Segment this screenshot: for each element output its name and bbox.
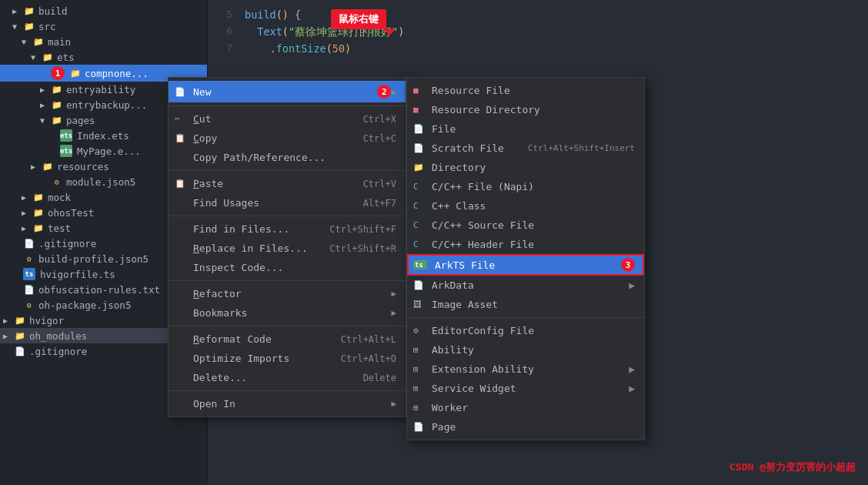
menu-item-delete[interactable]: Delete... Delete — [169, 368, 406, 387]
submenu-label: Image Asset — [432, 299, 635, 310]
badge-3: 3 — [621, 258, 635, 272]
submenu-item-cpp-file-napi[interactable]: C C/C++ File (Napi) — [407, 177, 644, 196]
submenu-item-cpp-header[interactable]: C C/C++ Header File — [407, 235, 644, 254]
sidebar-item-src[interactable]: ▼ 📁 src — [0, 18, 207, 34]
menu-label: Paste — [193, 178, 348, 189]
folder-icon: 📁 — [51, 99, 63, 111]
submenu-item-extension-ability[interactable]: ⊞ Extension Ability ▶ — [407, 360, 644, 379]
folder-icon: 📁 — [32, 35, 45, 48]
submenu-item-directory[interactable]: 📁 Directory — [407, 158, 644, 177]
cpp-napi-icon: C — [413, 182, 427, 192]
submenu-item-worker[interactable]: ⊞ Worker — [407, 398, 644, 417]
sidebar-item-label: hvigorfile.ts — [40, 269, 115, 280]
menu-item-refactor[interactable]: Refactor ▶ — [169, 284, 406, 303]
submenu-item-cpp-source[interactable]: C C/C++ Source File — [407, 216, 644, 235]
menu-item-cut[interactable]: ✂ Cut Ctrl+X — [169, 109, 406, 129]
menu-item-new[interactable]: 📄 New 2 ▶ — [169, 81, 406, 102]
sidebar-item-label: .gitignore — [38, 238, 96, 249]
menu-item-optimize-imports[interactable]: Optimize Imports Ctrl+Alt+O — [169, 349, 406, 368]
resource-file-icon: ■ — [413, 85, 427, 95]
badge-1: 1 — [51, 66, 65, 80]
menu-item-copy-path[interactable]: Copy Path/Reference... — [169, 148, 406, 167]
watermark-prefix: CSDN — [729, 461, 760, 473]
sidebar-item-label: build-profile.json5 — [38, 253, 149, 265]
menu-label: Delete... — [193, 372, 348, 383]
sidebar-item-label: compnone... — [85, 68, 149, 79]
menu-label: Replace in Files... — [193, 242, 314, 254]
menu-separator — [169, 326, 406, 326]
expand-arrow: ▶ — [3, 316, 14, 325]
submenu-item-page[interactable]: 📄 Page — [407, 417, 644, 436]
submenu-shortcut: Ctrl+Alt+Shift+Insert — [528, 143, 635, 153]
json-file-icon: ⚙ — [51, 176, 63, 188]
menu-label: Optimize Imports — [193, 353, 326, 364]
submenu-item-file[interactable]: 📄 File — [407, 119, 644, 139]
submenu-label: C/C++ Source File — [432, 219, 635, 231]
menu-item-paste[interactable]: 📋 Paste Ctrl+V — [169, 174, 406, 193]
expand-arrow: ▶ — [22, 224, 32, 232]
sidebar-item-label: ohosTest — [48, 207, 94, 219]
menu-item-inspect-code[interactable]: Inspect Code... — [169, 258, 406, 277]
menu-label: Inspect Code... — [193, 262, 396, 273]
json-file-icon: ⚙ — [23, 299, 35, 311]
menu-item-copy[interactable]: 📋 Copy Ctrl+C — [169, 129, 406, 148]
submenu-item-image-asset[interactable]: 🖼 Image Asset — [407, 295, 644, 314]
folder-icon: 📁 — [51, 83, 63, 95]
scratch-file-icon: 📄 — [413, 143, 427, 153]
sidebar-item-ets[interactable]: ▼ 📁 ets — [0, 49, 207, 65]
menu-item-find-in-files[interactable]: Find in Files... Ctrl+Shift+F — [169, 219, 406, 239]
submenu-arrow: ▶ — [629, 363, 635, 375]
menu-label: Copy — [193, 132, 348, 144]
file-icon: 📄 — [23, 237, 35, 249]
menu-item-bookmarks[interactable]: Bookmarks ▶ — [169, 303, 406, 323]
menu-shortcut: Ctrl+Alt+O — [341, 353, 396, 364]
menu-label: Open In — [193, 398, 391, 410]
line-num: 6 — [208, 23, 232, 40]
submenu-item-arkts[interactable]: ts ArkTS File 3 — [407, 254, 644, 276]
menu-item-find-usages[interactable]: Find Usages Alt+F7 — [169, 193, 406, 212]
sidebar-item-build[interactable]: ▶ 📁 build — [0, 3, 207, 18]
submenu-label: C++ Class — [432, 200, 635, 212]
resource-dir-icon: ■ — [413, 105, 427, 115]
sidebar-item-main[interactable]: ▼ 📁 main — [0, 34, 207, 49]
folder-icon: 📁 — [23, 20, 35, 32]
ability-icon: ⊞ — [413, 345, 427, 355]
file-icon: 📄 — [413, 124, 427, 134]
sidebar-item-label: src — [38, 21, 56, 32]
submenu-arrow: ▶ — [629, 383, 635, 394]
submenu-item-resource-dir[interactable]: ■ Resource Directory — [407, 100, 644, 119]
expand-arrow: ▼ — [31, 53, 42, 62]
sidebar-item-label: oh-package.json5 — [38, 299, 131, 311]
menu-item-reformat[interactable]: Reformat Code Ctrl+Alt+L — [169, 329, 406, 349]
submenu-item-editorconfig[interactable]: ⚙ EditorConfig File — [407, 321, 644, 340]
menu-item-replace-in-files[interactable]: Replace in Files... Ctrl+Shift+R — [169, 239, 406, 258]
sidebar-item-label: Index.ets — [77, 130, 129, 142]
submenu-item-cpp-class[interactable]: C C++ Class — [407, 196, 644, 216]
sidebar-item-label: entrybackup... — [66, 99, 147, 111]
json-file-icon: ⚙ — [23, 253, 35, 265]
menu-label: Bookmarks — [193, 307, 391, 319]
submenu-item-arkdata[interactable]: 📄 ArkData ▶ — [407, 276, 644, 295]
sidebar-item-label: build — [38, 5, 68, 17]
sidebar-item-label: obfuscation-rules.txt — [38, 284, 160, 296]
submenu-item-resource-file[interactable]: ■ Resource File — [407, 81, 644, 100]
menu-item-open-in[interactable]: Open In ▶ — [169, 394, 406, 413]
folder-icon: 📁 — [32, 206, 45, 219]
annotation-arrow — [383, 29, 396, 35]
expand-arrow: ▼ — [40, 116, 51, 125]
submenu-arrow: ▶ — [391, 87, 396, 97]
submenu-item-service-widget[interactable]: ⊞ Service Widget ▶ — [407, 379, 644, 398]
new-submenu: ■ Resource File ■ Resource Directory 📄 F… — [406, 77, 645, 440]
menu-label: Reformat Code — [193, 333, 326, 345]
menu-label: Find Usages — [193, 197, 348, 209]
worker-icon: ⊞ — [413, 403, 427, 413]
directory-icon: 📁 — [413, 162, 427, 172]
submenu-label: C/C++ Header File — [432, 239, 635, 250]
sidebar-item-label: hvigor — [29, 315, 64, 326]
sidebar-item-label: MyPage.e... — [77, 146, 141, 157]
submenu-item-scratch-file[interactable]: 📄 Scratch File Ctrl+Alt+Shift+Insert — [407, 139, 644, 158]
sidebar-item-label: entryability — [66, 84, 135, 95]
menu-shortcut: Delete — [363, 373, 396, 383]
service-widget-icon: ⊞ — [413, 383, 427, 393]
submenu-item-ability[interactable]: ⊞ Ability — [407, 340, 644, 360]
